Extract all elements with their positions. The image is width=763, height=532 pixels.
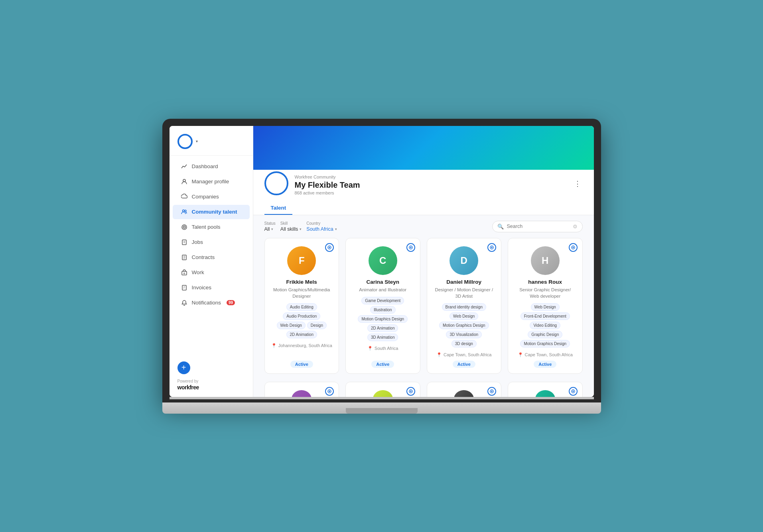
sidebar-item-community-talent[interactable]: Community talent [173, 205, 250, 219]
card-add-icon[interactable] [569, 243, 578, 252]
laptop-shell: ▾ Dashboard Manager profile [162, 119, 601, 414]
sidebar-item-contracts-label: Contracts [192, 254, 215, 260]
sidebar-item-work-label: Work [192, 269, 204, 275]
talent-card[interactable]: F Frikkie Mels Motion Graphics/Multimedi… [264, 238, 339, 374]
sidebar-item-invoices[interactable]: Invoices [173, 281, 250, 295]
sidebar-item-community-talent-label: Community talent [192, 209, 237, 215]
sidebar-item-manager-profile[interactable]: Manager profile [173, 175, 250, 189]
skill-value: All skills [280, 226, 298, 232]
status-select[interactable]: All ▾ [264, 226, 276, 232]
profile-menu-button[interactable]: ⋮ [572, 178, 583, 190]
tags-container: Brand identity designWeb DesignMotion Gr… [434, 303, 495, 347]
talent-title: Motion Graphics/Multimedia Designer [271, 287, 333, 299]
talent-name: hannes Roux [528, 279, 562, 285]
talent-card-partial[interactable] [264, 382, 339, 397]
talent-card[interactable]: D Daniel Millroy Designer / Motion Desig… [427, 238, 502, 374]
filter-settings-icon[interactable]: ⚙ [573, 224, 578, 230]
tag: Graphic Design [528, 331, 562, 338]
avatar [535, 390, 555, 397]
tag: 3D Animation [367, 334, 398, 341]
sidebar-item-talent-pools[interactable]: Talent pools [173, 220, 250, 234]
card-add-icon[interactable] [325, 243, 334, 252]
sidebar-item-dashboard[interactable]: Dashboard [173, 159, 250, 174]
cloud-icon [181, 193, 188, 200]
filters-row: Status All ▾ Skill All skills ▾ [253, 215, 594, 238]
avatar [292, 390, 312, 397]
sidebar-item-jobs[interactable]: Jobs [173, 235, 250, 249]
svg-rect-6 [182, 240, 186, 245]
powered-by-label: Powered by [177, 379, 245, 383]
target-icon [181, 224, 188, 231]
laptop-hinge [170, 397, 594, 399]
talent-name: Carina Steyn [366, 279, 399, 285]
card-add-icon[interactable] [406, 243, 415, 252]
tag: 2D Animation [367, 324, 398, 332]
search-input[interactable] [507, 224, 570, 229]
card-add-icon[interactable] [325, 387, 334, 396]
people-icon [181, 208, 188, 216]
talent-title: Animator and Illustrator [359, 287, 406, 293]
community-members: 868 active members [295, 190, 566, 195]
talent-card[interactable]: C Carina Steyn Animator and Illustrator … [345, 238, 420, 374]
community-subtitle: Workfree Community [295, 175, 566, 179]
contract-icon [181, 254, 188, 261]
avatar: H [531, 246, 560, 275]
profile-info: Workfree Community My Flexible Team 868 … [295, 175, 566, 195]
tag: Illustration [370, 306, 396, 314]
location: 📍 Cape Town, South Africa [518, 352, 573, 357]
card-add-icon[interactable] [487, 387, 496, 396]
location-text: South Africa [375, 346, 398, 351]
talent-card-partial[interactable] [345, 382, 420, 397]
tabs: Talent [264, 202, 583, 215]
status-filter: Status All ▾ [264, 221, 276, 232]
tag: Brand identity design [442, 303, 486, 311]
card-add-icon[interactable] [569, 387, 578, 396]
talent-card-partial[interactable] [427, 382, 502, 397]
talent-card-partial[interactable] [508, 382, 583, 397]
country-select[interactable]: South Africa ▾ [306, 226, 337, 232]
country-value: South Africa [306, 226, 333, 232]
tag: 3D Visualization [446, 331, 482, 338]
sidebar-item-talent-pools-label: Talent pools [192, 224, 221, 230]
avatar: C [369, 246, 397, 275]
talent-name: Daniel Millroy [446, 279, 481, 285]
logo-chevron-icon: ▾ [196, 139, 198, 143]
talent-row-2 [253, 382, 594, 397]
sidebar-item-invoices-label: Invoices [192, 285, 212, 291]
community-logo-icon [264, 171, 288, 195]
location-icon: 📍 [367, 346, 373, 351]
search-icon: 🔍 [497, 224, 504, 230]
add-button[interactable]: + [177, 361, 190, 374]
sidebar-item-companies-label: Companies [192, 194, 219, 200]
skill-chevron-icon: ▾ [300, 227, 302, 231]
card-add-icon[interactable] [487, 243, 496, 252]
tag: Video Editing [530, 322, 560, 329]
main-content: Workfree Community My Flexible Team 868 … [253, 126, 594, 397]
avatar-initials: C [379, 255, 386, 266]
tag: Motion Graphics Design [439, 322, 489, 329]
svg-rect-15 [182, 285, 186, 290]
tags-container: Audio EditingAudio ProductionWeb DesignD… [271, 303, 333, 338]
skill-filter: Skill All skills ▾ [280, 221, 302, 232]
app-container: ▾ Dashboard Manager profile [170, 126, 594, 397]
card-add-icon[interactable] [406, 387, 415, 396]
tags-container: Game DevelopmentIllustrationMotion Graph… [352, 297, 414, 341]
sidebar-item-dashboard-label: Dashboard [192, 163, 218, 169]
workfree-logo-text: workfree [177, 384, 245, 391]
tag: 3D design [451, 340, 477, 347]
talent-card[interactable]: H hannes Roux Senior Graphic Designer/ W… [508, 238, 583, 374]
location: 📍 Johannesburg, South Africa [271, 343, 332, 348]
location: 📍 Cape Town, South Africa [436, 352, 491, 357]
sidebar-item-companies[interactable]: Companies [173, 190, 250, 204]
location-icon: 📍 [271, 343, 277, 348]
status-value: All [264, 226, 270, 232]
tab-talent[interactable]: Talent [264, 202, 293, 215]
country-chevron-icon: ▾ [335, 227, 337, 231]
sidebar-item-work[interactable]: Work [173, 265, 250, 280]
avatar-initials: H [542, 255, 548, 266]
sidebar: ▾ Dashboard Manager profile [170, 126, 253, 397]
status-chevron-icon: ▾ [271, 227, 273, 231]
sidebar-item-notifications[interactable]: Notifications 99 [173, 296, 250, 310]
skill-select[interactable]: All skills ▾ [280, 226, 302, 232]
sidebar-item-contracts[interactable]: Contracts [173, 250, 250, 265]
